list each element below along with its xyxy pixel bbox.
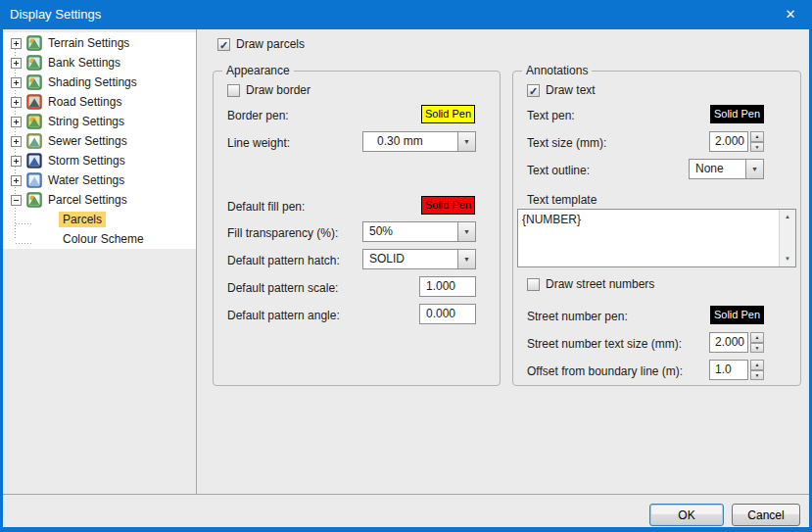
scroll-up-icon[interactable]: ▲ <box>780 210 795 224</box>
tree-item-storm-settings[interactable]: Storm Settings <box>3 151 195 170</box>
text-outline-combo[interactable]: None ▼ <box>689 159 764 179</box>
expand-plus-icon[interactable] <box>11 97 22 108</box>
text-pen-label: Text pen: <box>527 109 575 122</box>
spin-down-icon[interactable]: ▼ <box>750 142 764 153</box>
pattern-hatch-combo[interactable]: SOLID ▼ <box>362 249 476 269</box>
text-template-label: Text template <box>527 193 597 207</box>
dropdown-arrow-icon[interactable]: ▼ <box>457 250 475 268</box>
tree-item-water-settings[interactable]: Water Settings <box>3 170 195 190</box>
default-fill-pen-button[interactable]: Solid Pen <box>421 196 475 215</box>
tree-item-colour-scheme[interactable]: Colour Scheme <box>3 229 195 249</box>
street-number-text-size-label: Street number text size (mm): <box>527 337 682 351</box>
tree-item-label: Road Settings <box>48 95 121 109</box>
draw-border-row: Draw border <box>227 83 310 97</box>
road-icon <box>26 94 42 110</box>
close-icon[interactable]: ✕ <box>769 0 812 29</box>
draw-border-checkbox[interactable] <box>227 84 240 97</box>
dropdown-arrow-icon[interactable]: ▼ <box>457 222 475 241</box>
street-number-text-size-spinner[interactable]: 2.000 ▲▼ <box>709 332 764 353</box>
draw-parcels-row: ✓ Draw parcels <box>217 37 305 51</box>
collapse-minus-icon[interactable] <box>11 195 22 206</box>
tree-item-road-settings[interactable]: Road Settings <box>3 92 195 112</box>
text-template-textarea[interactable]: {NUMBER} ▲ ▼ <box>517 209 796 267</box>
text-size-value[interactable]: 2.000 <box>709 131 748 152</box>
pattern-hatch-value: SOLID <box>363 250 457 268</box>
expand-plus-icon[interactable] <box>11 136 22 147</box>
default-fill-pen-label: Default fill pen: <box>227 200 305 214</box>
pattern-scale-label: Default pattern scale: <box>227 281 338 295</box>
tree-item-bank-settings[interactable]: Bank Settings <box>3 53 195 73</box>
tree-item-label: Colour Scheme <box>63 232 144 246</box>
spin-up-icon[interactable]: ▲ <box>750 131 764 142</box>
draw-text-checkbox[interactable]: ✓ <box>527 84 540 97</box>
textarea-scrollbar[interactable]: ▲ ▼ <box>779 210 795 266</box>
dropdown-arrow-icon[interactable]: ▼ <box>457 132 475 151</box>
display-settings-dialog: Display Settings ✕ Terrain SettingsBank … <box>0 0 812 532</box>
expand-plus-icon[interactable] <box>11 38 22 49</box>
border-pen-label: Border pen: <box>227 109 289 122</box>
line-weight-value: 0.30 mm <box>363 132 457 151</box>
shading-icon <box>26 74 42 90</box>
pattern-hatch-label: Default pattern hatch: <box>227 254 340 267</box>
dropdown-arrow-icon[interactable]: ▼ <box>745 160 763 178</box>
offset-boundary-value[interactable]: 1.0 <box>709 360 748 380</box>
tree-item-string-settings[interactable]: String Settings <box>3 112 195 131</box>
draw-street-numbers-checkbox[interactable] <box>527 278 540 291</box>
sewer-icon <box>26 133 42 149</box>
expand-plus-icon[interactable] <box>11 156 22 167</box>
scroll-down-icon[interactable]: ▼ <box>780 252 795 266</box>
ok-button[interactable]: OK <box>649 504 724 526</box>
tree-item-label: Parcels <box>59 212 106 227</box>
fill-transparency-label: Fill transparency (%): <box>227 226 338 240</box>
text-size-spinner[interactable]: 2.000 ▲▼ <box>709 131 764 152</box>
expand-plus-icon[interactable] <box>11 77 22 88</box>
bank-icon <box>26 55 42 71</box>
tree-item-label: Storm Settings <box>48 154 125 168</box>
tree-item-label: Parcel Settings <box>48 193 127 207</box>
expand-plus-icon[interactable] <box>11 58 22 69</box>
spin-up-icon[interactable]: ▲ <box>750 332 764 343</box>
spin-down-icon[interactable]: ▼ <box>750 343 764 354</box>
draw-street-numbers-label: Draw street numbers <box>546 277 654 291</box>
offset-boundary-label: Offset from boundary line (m): <box>527 364 683 378</box>
draw-street-numbers-row: Draw street numbers <box>527 277 654 291</box>
parcel-icon <box>26 192 42 208</box>
tree-item-label: Water Settings <box>48 173 124 187</box>
spin-down-icon[interactable]: ▼ <box>750 370 764 381</box>
draw-parcels-checkbox[interactable]: ✓ <box>217 38 230 51</box>
street-number-pen-label: Street number pen: <box>527 310 628 323</box>
offset-boundary-spinner[interactable]: 1.0 ▲▼ <box>709 360 764 380</box>
tree-item-sewer-settings[interactable]: Sewer Settings <box>3 131 195 151</box>
pattern-scale-input[interactable]: 1.000 <box>419 276 476 297</box>
tree-item-shading-settings[interactable]: Shading Settings <box>3 73 195 92</box>
water-icon <box>26 172 42 188</box>
text-pen-button[interactable]: Solid Pen <box>710 105 764 123</box>
panel-separator <box>196 29 197 495</box>
text-outline-label: Text outline: <box>527 164 590 177</box>
street-number-text-size-value[interactable]: 2.000 <box>709 332 748 353</box>
annotations-group: Annotations ✓ Draw text Text pen: Solid … <box>512 71 801 386</box>
draw-border-label: Draw border <box>246 83 310 97</box>
tree-item-terrain-settings[interactable]: Terrain Settings <box>3 33 195 53</box>
line-weight-combo[interactable]: 0.30 mm ▼ <box>362 131 476 152</box>
tree-item-label: Shading Settings <box>48 75 137 89</box>
terrain-icon <box>26 35 42 51</box>
text-outline-value: None <box>690 160 745 178</box>
pattern-angle-input[interactable]: 0.000 <box>419 304 476 324</box>
appearance-group: Appearance Draw border Border pen: Solid… <box>213 71 501 386</box>
fill-transparency-combo[interactable]: 50% ▼ <box>362 221 476 242</box>
expand-plus-icon[interactable] <box>11 117 22 127</box>
tree-item-parcels[interactable]: Parcels <box>3 210 195 229</box>
tree-item-label: Bank Settings <box>48 56 120 70</box>
street-number-pen-button[interactable]: Solid Pen <box>710 306 764 324</box>
expand-plus-icon[interactable] <box>11 175 22 186</box>
cancel-button[interactable]: Cancel <box>732 504 800 526</box>
spin-up-icon[interactable]: ▲ <box>750 360 764 370</box>
tree-item-label: Terrain Settings <box>48 36 129 50</box>
titlebar[interactable]: Display Settings ✕ <box>0 0 812 29</box>
draw-text-row: ✓ Draw text <box>527 83 596 97</box>
draw-parcels-label: Draw parcels <box>236 37 305 51</box>
fill-transparency-value: 50% <box>363 222 457 241</box>
tree-item-parcel-settings[interactable]: Parcel Settings <box>3 190 195 210</box>
border-pen-button[interactable]: Solid Pen <box>421 105 475 123</box>
